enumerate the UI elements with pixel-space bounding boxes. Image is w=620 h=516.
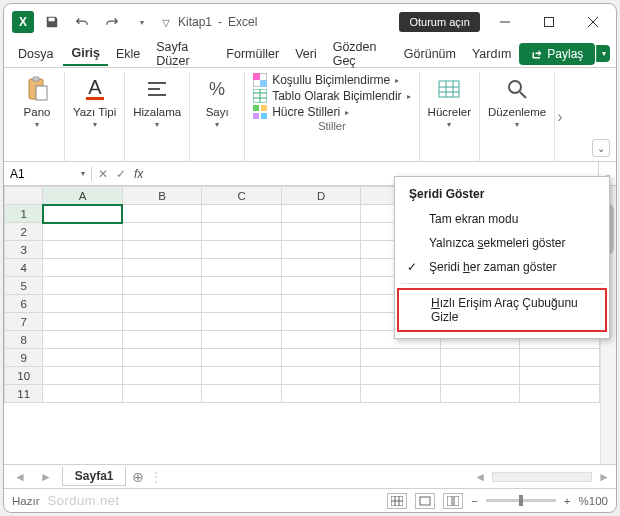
table-icon (253, 89, 267, 103)
row-header[interactable]: 7 (5, 313, 43, 331)
share-dropdown[interactable]: ▾ (596, 45, 610, 62)
maximize-button[interactable] (530, 8, 568, 36)
grid-view-icon (391, 496, 403, 506)
ribbon-tabs: Dosya Giriş Ekle Sayfa Düzer Formüller V… (4, 40, 616, 68)
col-header[interactable]: D (281, 187, 361, 205)
row-header[interactable]: 1 (5, 205, 43, 223)
zoom-out-button[interactable]: − (471, 495, 478, 507)
tab-ekle[interactable]: Ekle (108, 43, 148, 65)
font-icon: A (82, 76, 108, 102)
maximize-icon (544, 17, 554, 27)
col-header[interactable]: C (202, 187, 282, 205)
cell[interactable] (43, 223, 123, 241)
editing-button[interactable]: Düzenleme ▾ (488, 74, 546, 129)
cells-button[interactable]: Hücreler ▾ (428, 74, 471, 129)
tab-formuller[interactable]: Formüller (218, 43, 287, 65)
share-button[interactable]: Paylaş (519, 43, 595, 65)
page-layout-icon (419, 496, 431, 506)
col-header[interactable]: A (43, 187, 123, 205)
svg-rect-14 (253, 73, 260, 80)
chevron-down-icon: ▾ (81, 169, 85, 178)
ribbon-display-options-button[interactable]: ⌄ (592, 139, 610, 157)
zoom-slider[interactable] (486, 499, 556, 502)
excel-window: X ▾ ▿ Kitap1 - Excel Oturum açın Dosya G… (3, 3, 617, 513)
app-name: Excel (228, 15, 257, 29)
cell-styles-icon (253, 105, 267, 119)
horizontal-scrollbar[interactable] (492, 472, 592, 482)
save-icon (45, 15, 59, 29)
document-title: Kitap1 (178, 15, 212, 29)
zoom-in-button[interactable]: + (564, 495, 571, 507)
menu-show-tabs-only[interactable]: Yalnızca sekmeleri göster (395, 231, 609, 255)
sheet-tabs-bar: ◄ ► Sayfa1 ⊕ ⋮ ◄ ► (4, 464, 616, 488)
name-box[interactable]: A1 ▾ (4, 167, 92, 181)
svg-line-30 (520, 92, 526, 98)
row-header[interactable]: 2 (5, 223, 43, 241)
sheet-nav-prev[interactable]: ◄ (10, 470, 30, 484)
titlebar: X ▾ ▿ Kitap1 - Excel Oturum açın (4, 4, 616, 40)
group-hizalama: Hizalama ▾ (125, 72, 190, 161)
cell[interactable] (122, 205, 202, 223)
clipboard-icon (25, 76, 49, 102)
col-header[interactable]: B (122, 187, 202, 205)
chevron-down-icon: ▾ (35, 120, 39, 129)
group-label-stiller: Stiller (253, 120, 410, 135)
add-sheet-button[interactable]: ⊕ (132, 469, 144, 485)
cell-styles-button[interactable]: Hücre Stilleri ▸ (253, 104, 349, 120)
menu-separator (401, 283, 603, 284)
minimize-button[interactable] (486, 8, 524, 36)
view-normal-button[interactable] (387, 493, 407, 509)
menu-fullscreen[interactable]: Tam ekran modu (395, 207, 609, 231)
ribbon-overflow-button[interactable]: › (555, 72, 564, 161)
slider-thumb[interactable] (519, 495, 523, 506)
row-header[interactable]: 3 (5, 241, 43, 259)
menu-header: Şeridi Göster (395, 183, 609, 207)
row-header[interactable]: 6 (5, 295, 43, 313)
sheet-nav-next[interactable]: ► (36, 470, 56, 484)
hscroll-right[interactable]: ► (598, 470, 610, 484)
close-button[interactable] (574, 8, 612, 36)
row-header[interactable]: 11 (5, 385, 43, 403)
conditional-formatting-button[interactable]: Koşullu Biçimlendirme ▸ (253, 72, 399, 88)
row-header[interactable]: 10 (5, 367, 43, 385)
cancel-formula-icon[interactable]: ✕ (98, 167, 108, 181)
font-button[interactable]: A Yazı Tipi ▾ (73, 74, 116, 129)
number-button[interactable]: % Sayı ▾ (198, 74, 236, 129)
signin-button[interactable]: Oturum açın (399, 12, 480, 32)
cell[interactable] (43, 205, 123, 223)
row-header[interactable]: 4 (5, 259, 43, 277)
alignment-button[interactable]: Hizalama ▾ (133, 74, 181, 129)
menu-always-show-ribbon[interactable]: Şeridi her zaman göster (395, 255, 609, 279)
qat-customize-button[interactable]: ▾ (130, 10, 154, 34)
select-all-corner[interactable] (5, 187, 43, 205)
view-page-layout-button[interactable] (415, 493, 435, 509)
tab-dosya[interactable]: Dosya (10, 43, 61, 65)
tab-giris[interactable]: Giriş (63, 42, 108, 66)
cell[interactable] (281, 205, 361, 223)
format-as-table-button[interactable]: Tablo Olarak Biçimlendir ▸ (253, 88, 410, 104)
page-break-icon (447, 496, 459, 506)
tab-gozden-gecir[interactable]: Gözden Geç (325, 36, 396, 72)
menu-hide-qat[interactable]: Hızlı Erişim Araç Çubuğunu Gizle (397, 288, 607, 332)
fx-label[interactable]: fx (134, 167, 143, 181)
tab-sayfa-duzeni[interactable]: Sayfa Düzer (148, 36, 218, 72)
chevron-down-icon: ▸ (407, 92, 411, 101)
zoom-value[interactable]: %100 (579, 495, 608, 507)
row-header[interactable]: 9 (5, 349, 43, 367)
undo-button[interactable] (70, 10, 94, 34)
sheet-tab[interactable]: Sayfa1 (62, 467, 127, 486)
ribbon-display-menu: Şeridi Göster Tam ekran modu Yalnızca se… (394, 176, 610, 339)
view-page-break-button[interactable] (443, 493, 463, 509)
save-button[interactable] (40, 10, 64, 34)
row-header[interactable]: 5 (5, 277, 43, 295)
row-header[interactable]: 8 (5, 331, 43, 349)
tab-yardim[interactable]: Yardım (464, 43, 519, 65)
hscroll-left[interactable]: ◄ (474, 470, 486, 484)
paste-button[interactable]: Pano ▾ (18, 74, 56, 129)
redo-button[interactable] (100, 10, 124, 34)
tab-gorunum[interactable]: Görünüm (396, 43, 464, 65)
percent-icon: % (205, 77, 229, 101)
tab-veri[interactable]: Veri (287, 43, 325, 65)
enter-formula-icon[interactable]: ✓ (116, 167, 126, 181)
cell[interactable] (202, 205, 282, 223)
